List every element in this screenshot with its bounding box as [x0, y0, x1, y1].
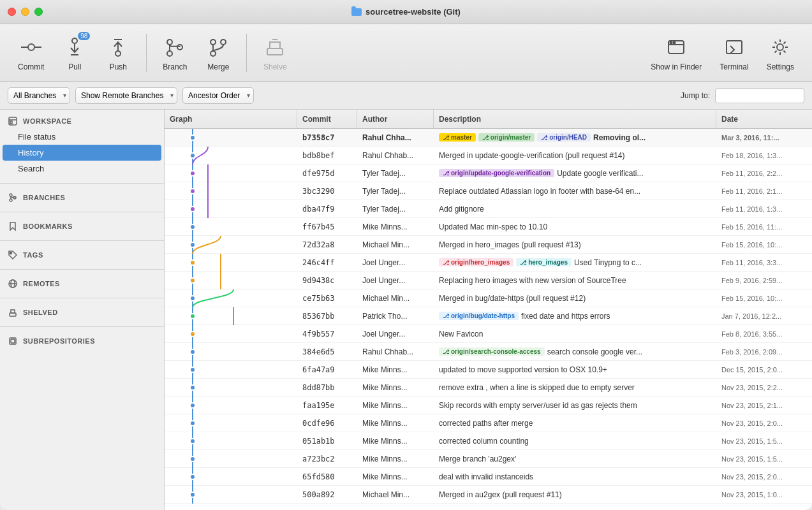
branches-header[interactable]: BRANCHES — [0, 190, 164, 205]
commit-date: Feb 3, 2016, 2:09... — [716, 348, 812, 356]
table-row[interactable]: ce75b63Michael Min...Merged in bug/date-… — [165, 289, 812, 307]
table-row[interactable]: dba47f9Tyler Tadej...Add gitignoreFeb 11… — [165, 200, 812, 218]
branches-select-wrapper[interactable]: All Branches — [8, 87, 70, 104]
branch-badge-label: origin/update-google-verification — [451, 170, 550, 177]
svg-rect-29 — [10, 121, 12, 124]
remote-branches-select[interactable]: Show Remote Branches — [75, 87, 177, 104]
workspace-header[interactable]: WORKSPACE — [0, 113, 164, 129]
shelve-button[interactable]: Shelve — [255, 29, 295, 76]
commit-description: ⎇origin/search-console-accesssearch cons… — [434, 347, 716, 356]
commit-description: New Favicon — [434, 330, 716, 339]
table-row[interactable]: 051ab1bMike Minns... corrected column co… — [165, 432, 812, 450]
graph-cell — [165, 254, 297, 272]
commit-hash: ce75b63 — [297, 294, 357, 303]
commit-description: Merged in au2gex (pull request #11) — [434, 490, 716, 499]
commit-button[interactable]: Commit — [10, 29, 52, 76]
commit-date: Nov 23, 2015, 2:0... — [716, 419, 812, 427]
merge-icon — [205, 34, 231, 60]
table-row[interactable]: 384e6d5Rahul Chhab...⎇origin/search-cons… — [165, 343, 812, 361]
author-name: Mike Minns... — [357, 365, 434, 374]
push-button[interactable]: Push — [98, 29, 138, 76]
table-row[interactable]: 4f9b557Joel Unger...New FaviconFeb 8, 20… — [165, 325, 812, 343]
th-commit: Commit — [297, 110, 357, 128]
th-description: Description — [434, 110, 716, 128]
table-row[interactable]: bdb8befRahul Chhab...Merged in update-go… — [165, 147, 812, 164]
th-author: Author — [357, 110, 434, 128]
terminal-button[interactable]: Terminal — [712, 29, 756, 76]
table-row[interactable]: 246c4ffJoel Unger...⎇origin/hero_images⎇… — [165, 254, 812, 272]
graph-cell — [165, 343, 297, 361]
remote-branches-select-wrapper[interactable]: Show Remote Branches — [75, 87, 177, 104]
sidebar-item-file-status[interactable]: File status — [0, 129, 164, 145]
table-row[interactable]: ff67b45Mike Minns...Updated Mac min-spec… — [165, 218, 812, 236]
traffic-lights — [8, 8, 43, 16]
sidebar-item-history[interactable]: History — [3, 145, 161, 161]
table-row[interactable]: 9d9438cJoel Unger...Replacing hero image… — [165, 272, 812, 289]
table-row[interactable]: 8dd87bbMike Minns...remove extra , when … — [165, 379, 812, 397]
commit-date: Feb 11, 2016, 2:1... — [716, 187, 812, 195]
table-row[interactable]: faa195eMike Minns...Skip records with em… — [165, 397, 812, 414]
commit-hash: 500a892 — [297, 490, 357, 499]
bookmarks-section: BOOKMARKS — [0, 215, 164, 238]
description-text: Removing ol... — [593, 133, 646, 142]
svg-point-30 — [10, 194, 12, 196]
svg-point-86 — [190, 456, 195, 462]
graph-cell — [165, 289, 297, 307]
description-text: Update google verificati... — [557, 169, 643, 178]
maximize-button[interactable] — [34, 8, 43, 16]
commit-description: deal with invalid instanceids — [434, 472, 716, 481]
sidebar-divider-1 — [0, 183, 164, 184]
bookmarks-header[interactable]: BOOKMARKS — [0, 219, 164, 234]
close-button[interactable] — [8, 8, 16, 16]
svg-point-49 — [190, 171, 195, 176]
main-window: sourcetree-website (Git) Commit — [0, 0, 812, 510]
table-row[interactable]: dfe975dTyler Tadej...⎇origin/update-goog… — [165, 164, 812, 182]
commit-hash: a723bc2 — [297, 455, 357, 463]
folder-icon — [351, 8, 362, 16]
svg-point-26 — [777, 44, 783, 50]
minimize-button[interactable] — [21, 8, 29, 16]
graph-cell — [165, 397, 297, 414]
commit-hash: ff67b45 — [297, 222, 357, 231]
sidebar-item-search[interactable]: Search — [0, 161, 164, 177]
commit-description: ⎇origin/update-google-verificationUpdate… — [434, 169, 716, 178]
shelved-header[interactable]: SHELVED — [0, 305, 164, 320]
branches-select[interactable]: All Branches — [8, 87, 70, 104]
table-row[interactable]: 6fa47a9Mike Minns...updated to move supp… — [165, 361, 812, 379]
table-row[interactable]: 500a892Michael Min...Merged in au2gex (p… — [165, 486, 812, 504]
pull-icon: 98 — [62, 34, 87, 60]
author-name: Tyler Tadej... — [357, 169, 434, 178]
svg-point-13 — [210, 40, 216, 45]
pull-button[interactable]: 98 Pull — [54, 29, 95, 76]
commit-hash: 384e6d5 — [297, 347, 357, 356]
table-row[interactable]: 72d32a8Michael Min...Merged in hero_imag… — [165, 236, 812, 254]
table-row[interactable]: 65fd580Mike Minns...deal with invalid in… — [165, 468, 812, 486]
description-text: remove extra , when a line is skipped du… — [439, 383, 635, 392]
commit-hash: 0cdfe96 — [297, 419, 357, 428]
table-row[interactable]: b7358c7Rahul Chha...⎇master⎇origin/maste… — [165, 129, 812, 147]
table-row[interactable]: a723bc2Mike Minns...Merge branch 'au2gex… — [165, 450, 812, 468]
order-select-wrapper[interactable]: Ancestor Order — [182, 87, 254, 104]
remotes-header[interactable]: REMOTES — [0, 276, 164, 291]
table-row[interactable]: 3bc3290Tyler Tadej...Replace outdated At… — [165, 182, 812, 200]
table-row[interactable]: 0cdfe96Mike Minns...corrected paths afte… — [165, 414, 812, 432]
branch-badge-label: origin/hero_images — [451, 259, 510, 266]
table-row[interactable]: 85367bbPatrick Tho...⎇origin/bug/date-ht… — [165, 307, 812, 325]
tags-section: TAGS — [0, 244, 164, 266]
branch-button[interactable]: Branch — [154, 29, 195, 76]
branch-icon: ⎇ — [520, 259, 526, 266]
commit-hash: 3bc3290 — [297, 187, 357, 196]
merge-button[interactable]: Merge — [198, 29, 239, 76]
order-select[interactable]: Ancestor Order — [182, 87, 254, 104]
author-name: Mike Minns... — [357, 383, 434, 392]
settings-button[interactable]: Settings — [759, 29, 802, 76]
branch-badge-label: origin/HEAD — [549, 134, 587, 141]
commit-hash: 72d32a8 — [297, 240, 357, 249]
description-text: Merged in update-google-verification (pu… — [439, 151, 625, 160]
subrepositories-header[interactable]: SUBREPOSITORIES — [0, 333, 164, 349]
tags-header[interactable]: TAGS — [0, 247, 164, 263]
commit-description: Merged in hero_images (pull request #13) — [434, 240, 716, 249]
svg-point-23 — [674, 41, 675, 43]
jump-to-input[interactable] — [715, 88, 804, 103]
show-in-finder-button[interactable]: Show in Finder — [643, 29, 709, 76]
